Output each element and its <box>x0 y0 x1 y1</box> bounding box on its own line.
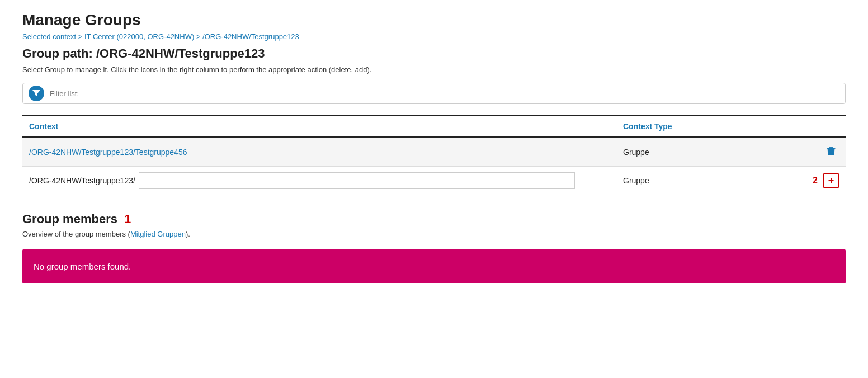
group-members-section: Group members 1 Overview of the group me… <box>22 212 846 284</box>
group-members-badge: 1 <box>124 212 131 226</box>
add-count: 2 <box>813 176 818 186</box>
no-members-text: No group members found. <box>34 262 131 271</box>
breadcrumb-sep1: > <box>78 32 84 41</box>
instruction-text: Select Group to manage it. Click the ico… <box>22 65 846 74</box>
mitglied-link[interactable]: Mitglied Gruppen <box>130 230 186 238</box>
table-row: /ORG-42NHW/Testgruppe123/Testgruppe456 G… <box>22 137 846 167</box>
context-prefix: /ORG-42NHW/Testgruppe123/ <box>29 176 135 185</box>
context-cell: /ORG-42NHW/Testgruppe123/Testgruppe456 <box>22 137 616 167</box>
filter-icon <box>29 86 44 101</box>
filter-input[interactable] <box>50 89 839 98</box>
context-add-cell: /ORG-42NHW/Testgruppe123/ <box>22 167 616 195</box>
context-type-value-1: Gruppe <box>623 148 818 157</box>
trash-icon <box>825 145 837 157</box>
filter-bar <box>22 83 846 104</box>
group-path: Group path: /ORG-42NHW/Testgruppe123 <box>22 46 846 61</box>
breadcrumb: Selected context > IT Center (022000, OR… <box>22 32 846 41</box>
breadcrumb-sep2: > <box>196 32 202 41</box>
add-button[interactable]: + <box>823 173 839 188</box>
page-title: Manage Groups <box>22 11 846 29</box>
desc-prefix: Overview of the group members ( <box>22 230 130 238</box>
col-context: Context <box>22 116 616 137</box>
context-type-value-2: Gruppe <box>623 176 807 185</box>
group-members-title: Group members <box>22 212 117 226</box>
context-type-cell-2: Gruppe 2 + <box>616 167 846 195</box>
desc-suffix: ). <box>186 230 190 238</box>
new-group-input[interactable] <box>139 172 575 189</box>
col-context-type: Context Type <box>616 116 846 137</box>
breadcrumb-prefix: Selected context <box>22 32 76 41</box>
breadcrumb-current: /ORG-42NHW/Testgruppe123 <box>202 32 299 41</box>
funnel-icon <box>32 89 41 98</box>
context-table: Context Context Type /ORG-42NHW/Testgrup… <box>22 115 846 195</box>
context-type-cell-1: Gruppe <box>616 137 846 167</box>
delete-button[interactable] <box>823 143 839 160</box>
no-members-banner: No group members found. <box>22 249 846 284</box>
table-row-add: /ORG-42NHW/Testgruppe123/ Gruppe 2 + <box>22 167 846 195</box>
group-members-desc: Overview of the group members (Mitglied … <box>22 230 846 238</box>
context-link-1[interactable]: /ORG-42NHW/Testgruppe123/Testgruppe456 <box>29 148 187 157</box>
breadcrumb-link[interactable]: IT Center (022000, ORG-42NHW) <box>84 32 194 41</box>
